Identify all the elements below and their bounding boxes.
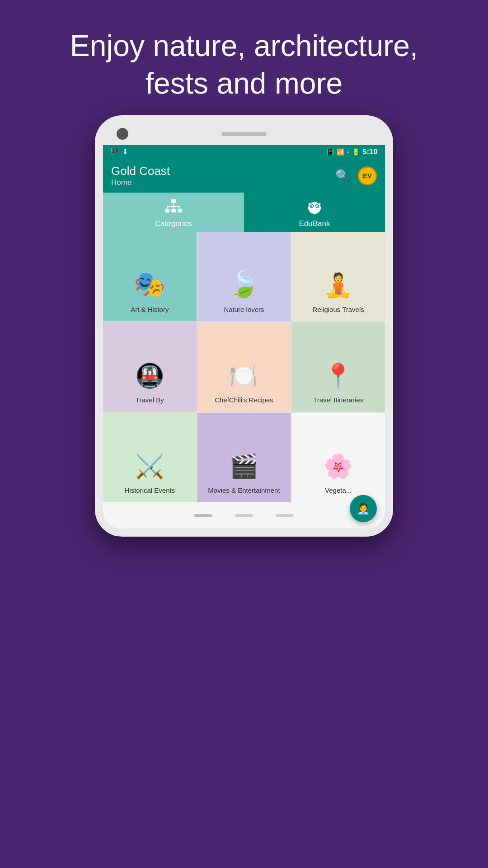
- fab-button[interactable]: 🧑‍💼: [350, 495, 377, 522]
- app-subtitle: Home: [111, 178, 170, 187]
- svg-rect-3: [178, 209, 182, 212]
- movies-icon: 🎬: [229, 453, 258, 480]
- svg-point-15: [317, 206, 318, 207]
- art-history-label: Art & History: [131, 306, 169, 313]
- category-cell-religious-travels[interactable]: 🧘 Religious Travels: [291, 232, 385, 321]
- svg-point-14: [311, 206, 312, 207]
- vibrate-icon: 📳: [326, 148, 334, 156]
- category-cell-nature-lovers[interactable]: 🍃 Nature lovers: [197, 232, 291, 321]
- search-icon[interactable]: 🔍: [335, 169, 350, 183]
- travel-itineraries-label: Travel Itineraries: [313, 396, 363, 404]
- travel-by-label: Travel By: [136, 396, 164, 404]
- fab-icon: 🧑‍💼: [357, 502, 370, 515]
- download-icon: ⬇: [122, 148, 128, 156]
- app-title-group: Gold Coast Home: [111, 164, 170, 187]
- historical-events-label: Historical Events: [124, 486, 175, 494]
- religious-travels-label: Religious Travels: [313, 306, 364, 313]
- movies-label: Movies & Entertainment: [208, 486, 280, 494]
- hero-text: Enjoy nature, architecture, fests and mo…: [36, 27, 452, 102]
- category-cell-historical-events[interactable]: ⚔️ Historical Events: [103, 413, 197, 502]
- camera: [117, 128, 128, 140]
- nature-lovers-label: Nature lovers: [224, 306, 264, 313]
- bottom-nav-hint: 🧑‍💼: [103, 502, 385, 528]
- tab-bar: Categories: [103, 193, 385, 232]
- svg-rect-1: [165, 209, 169, 212]
- category-cell-vegetarian[interactable]: 🌸 Vegeta...: [291, 413, 385, 502]
- category-cell-travel-itineraries[interactable]: 📍 Travel Itineraries: [291, 322, 385, 412]
- svg-point-9: [308, 202, 321, 214]
- category-cell-travel-by[interactable]: 🚇 Travel By: [103, 322, 197, 412]
- app-title: Gold Coast: [111, 164, 170, 178]
- nav-hint-1: [194, 514, 212, 517]
- chefchili-icon: 🍽️: [229, 362, 258, 390]
- ev-badge[interactable]: EV: [358, 166, 377, 185]
- flag-icon: 🏴: [110, 148, 119, 156]
- tab-categories[interactable]: Categories: [103, 193, 244, 232]
- status-right-icons: 📳 📶 ▪ 🔋 5:10: [326, 147, 378, 156]
- category-grid: 🎭 Art & History 🍃 Nature lovers 🧘 Religi…: [103, 232, 385, 502]
- tab-edubank-label: EduBank: [299, 219, 330, 228]
- art-history-icon: 🎭: [134, 269, 165, 299]
- phone-screen: 🏴 ⬇ 📳 📶 ▪ 🔋 5:10 Gold Coast Home 🔍 EV: [103, 145, 385, 528]
- category-cell-art-history[interactable]: 🎭 Art & History: [103, 232, 197, 321]
- vegetarian-icon: 🌸: [324, 453, 353, 480]
- vegetarian-label: Vegeta...: [325, 486, 352, 494]
- app-bar-actions: 🔍 EV: [335, 166, 377, 185]
- time-display: 5:10: [362, 147, 378, 156]
- travel-by-icon: 🚇: [135, 362, 164, 390]
- nav-hint-3: [276, 514, 294, 517]
- category-cell-chefchili[interactable]: 🍽️ ChefChili's Recipes: [197, 322, 291, 412]
- status-bar: 🏴 ⬇ 📳 📶 ▪ 🔋 5:10: [103, 145, 385, 159]
- religious-travels-icon: 🧘: [324, 272, 353, 299]
- phone-notch: [103, 123, 385, 145]
- nav-hint-2: [235, 514, 253, 517]
- status-left-icons: 🏴 ⬇: [110, 148, 128, 156]
- nature-lovers-icon: 🍃: [228, 269, 260, 299]
- edubank-icon: [305, 199, 324, 217]
- chefchili-label: ChefChili's Recipes: [215, 396, 273, 404]
- battery-icon: 🔋: [352, 148, 360, 156]
- travel-itineraries-icon: 📍: [324, 362, 353, 390]
- category-cell-movies[interactable]: 🎬 Movies & Entertainment: [197, 413, 291, 502]
- tab-categories-label: Categories: [155, 219, 192, 228]
- speaker: [221, 132, 267, 136]
- app-bar: Gold Coast Home 🔍 EV: [103, 159, 385, 193]
- wifi-icon: 📶: [337, 148, 344, 156]
- signal-icon: ▪: [347, 148, 349, 156]
- historical-events-icon: ⚔️: [135, 453, 164, 480]
- svg-rect-0: [171, 199, 176, 203]
- phone-frame: 🏴 ⬇ 📳 📶 ▪ 🔋 5:10 Gold Coast Home 🔍 EV: [95, 115, 393, 537]
- tab-edubank[interactable]: EduBank: [244, 193, 385, 232]
- svg-rect-2: [171, 209, 176, 212]
- categories-icon: [164, 199, 183, 217]
- hero-section: Enjoy nature, architecture, fests and mo…: [0, 0, 488, 115]
- ev-badge-text: EV: [363, 172, 372, 179]
